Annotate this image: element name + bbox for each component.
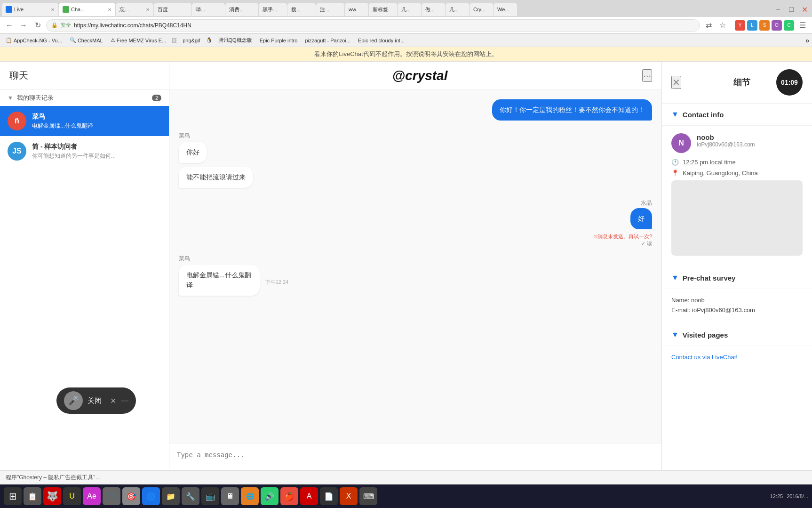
- taskbar-icon-5[interactable]: 🎵: [103, 487, 120, 505]
- taskbar-icon-2[interactable]: 🐺: [43, 487, 61, 505]
- tab-15[interactable]: Cry...: [470, 3, 493, 16]
- tab-active[interactable]: Cha... ✕: [59, 3, 115, 16]
- msg-group-1: 你好！你一定是我的粉丝！要不然你会不知道的！: [179, 99, 652, 124]
- tab-label-5: 哔...: [196, 6, 205, 13]
- url-bar[interactable]: 🔒 安全 https://my.livechatinc.com/chats/PB…: [46, 19, 700, 32]
- tab-11[interactable]: 新标签: [369, 3, 397, 16]
- taskbar-icon-17[interactable]: X: [340, 487, 358, 505]
- tab-favicon-active: [63, 6, 69, 13]
- taskbar-time: 12:25: [770, 493, 783, 499]
- contact-details: noob ioPvj800v60@163.com: [697, 133, 803, 148]
- tab-12[interactable]: 凡...: [398, 3, 421, 16]
- lock-icon: 🔒: [51, 22, 58, 28]
- ext-icon-3[interactable]: S: [759, 20, 770, 31]
- ext-icon-2[interactable]: L: [747, 20, 757, 31]
- tab-16[interactable]: We...: [494, 3, 517, 16]
- reload-btn[interactable]: ↻: [32, 20, 43, 31]
- chat-info-sample: 简 - 样本访问者 你可能想知道的另一件事是如何...: [32, 143, 161, 160]
- chat-item-sample[interactable]: JS 简 - 样本访问者 你可能想知道的另一件事是如何...: [0, 136, 169, 166]
- taskbar-icon-1[interactable]: 📋: [24, 487, 41, 505]
- tab-livechat[interactable]: Live ✕: [2, 3, 58, 16]
- pre-chat-section[interactable]: ▼ Pre-chat survey: [662, 267, 812, 289]
- msg-read-3: ✓ 读: [641, 240, 652, 247]
- bookmark-memz[interactable]: ⚠ Free MEMZ Virus E...: [108, 36, 169, 44]
- visited-pages-section[interactable]: ▼ Visited pages: [662, 324, 812, 346]
- ext-icon-1[interactable]: Y: [735, 20, 745, 31]
- ext-icon-5[interactable]: C: [784, 20, 794, 31]
- tab-6[interactable]: 消费...: [225, 3, 258, 16]
- tab-3[interactable]: 忘... ✕: [116, 3, 153, 16]
- visited-chevron: ▼: [671, 331, 679, 339]
- voice-label: 关闭: [88, 396, 102, 405]
- chat-item-caicao[interactable]: ñ 菜鸟 电解金属锰...什么鬼翻译: [0, 106, 169, 136]
- contact-email: ioPvj800v60@163.com: [697, 141, 803, 148]
- taskbar-start[interactable]: ⊞: [4, 487, 22, 505]
- tab-13[interactable]: 做...: [422, 3, 445, 16]
- taskbar-icon-3[interactable]: U: [63, 487, 81, 505]
- message-input[interactable]: [177, 449, 654, 468]
- bookmark-favicon-png: 🖼: [172, 38, 177, 43]
- taskbar-icon-12[interactable]: 🌐: [241, 487, 259, 505]
- msg-timestamp-4: 下午12:24: [265, 279, 289, 286]
- msg-group-3: 水晶 好 ⊙消息未发送。再试一次? ✓ 读: [179, 199, 652, 247]
- pre-chat-chevron: ▼: [671, 274, 679, 282]
- maximize-btn[interactable]: □: [786, 4, 797, 15]
- tab-4[interactable]: 百度: [154, 3, 191, 16]
- taskbar-icon-18[interactable]: ⌨: [359, 487, 377, 505]
- taskbar-icon-7[interactable]: 🌀: [142, 487, 160, 505]
- tab-9[interactable]: 注...: [316, 3, 344, 16]
- taskbar-icon-10[interactable]: 📺: [201, 487, 219, 505]
- taskbar-icon-9[interactable]: 🔧: [182, 487, 199, 505]
- star-btn[interactable]: ☆: [717, 20, 728, 31]
- taskbar-icon-14[interactable]: 🍎: [280, 487, 298, 505]
- taskbar-icon-11[interactable]: 🖥: [221, 487, 239, 505]
- taskbar-date: 2016/8/...: [787, 493, 808, 499]
- section-chevron: ▼: [8, 95, 13, 101]
- taskbar-icon-13[interactable]: 🔊: [261, 487, 279, 505]
- ext-icon-4[interactable]: O: [772, 20, 782, 31]
- bookmark-appcheck[interactable]: 📋 AppCheck-NG - Vu...: [3, 36, 65, 44]
- bookmark-label-5: 腾讯QQ概念版: [218, 37, 252, 44]
- bookmark-label-6: Epic Purple intro: [260, 38, 298, 43]
- tab-5[interactable]: 哔...: [192, 3, 225, 16]
- taskbar-icon-8[interactable]: 📁: [162, 487, 180, 505]
- tab-close-active[interactable]: ✕: [108, 7, 111, 12]
- menu-btn[interactable]: ☰: [797, 20, 808, 31]
- bookmarks-more[interactable]: »: [805, 37, 809, 44]
- tab-close-btn[interactable]: ✕: [51, 7, 55, 12]
- more-options-btn[interactable]: ···: [642, 69, 652, 82]
- taskbar-icon-6[interactable]: 🎯: [122, 487, 140, 505]
- translate-btn[interactable]: ⇄: [703, 20, 714, 31]
- sidebar-header: 聊天: [0, 62, 169, 90]
- bookmark-checkmal[interactable]: 🔍 CheckMAL: [67, 36, 106, 44]
- bookmark-pizza[interactable]: pizzagutt - Panzoi...: [302, 37, 353, 44]
- close-window-btn[interactable]: ✕: [799, 4, 810, 15]
- visited-link[interactable]: Contact us via LiveChat!: [671, 354, 738, 361]
- tab-14[interactable]: 凡...: [446, 3, 469, 16]
- section-header[interactable]: ▼ 我的聊天记录 2: [0, 90, 169, 106]
- tab-7[interactable]: 黑手...: [259, 3, 287, 16]
- bookmark-png[interactable]: png&gif: [180, 37, 203, 44]
- tab-8[interactable]: 搜...: [287, 3, 316, 16]
- tab-10[interactable]: ww: [345, 3, 368, 16]
- visited-pages-title: Visited pages: [683, 331, 728, 339]
- tab-close-3[interactable]: ✕: [146, 7, 150, 12]
- voice-mic-icon[interactable]: 🎤: [64, 391, 83, 410]
- taskbar-icon-4[interactable]: Ae: [83, 487, 101, 505]
- right-panel: ✕ 细节 01:09 ▼ Contact info N noob ioPvj80…: [661, 62, 812, 493]
- taskbar-icon-15[interactable]: A: [300, 487, 318, 505]
- bookmark-epic2[interactable]: Epic red cloudy int...: [355, 37, 407, 44]
- voice-close-btn[interactable]: ✕: [110, 396, 116, 405]
- forward-btn[interactable]: →: [18, 20, 29, 31]
- panel-close-btn[interactable]: ✕: [671, 76, 681, 89]
- taskbar-icon-16[interactable]: 📄: [320, 487, 338, 505]
- voice-minimize-btn[interactable]: —: [121, 396, 128, 405]
- contact-avatar: N: [671, 133, 691, 153]
- sidebar: 聊天 ▼ 我的聊天记录 2 ñ 菜鸟 电解金属锰...什么鬼翻译 JS 简 - …: [0, 62, 169, 493]
- minimize-btn[interactable]: −: [772, 4, 784, 15]
- bookmark-epic[interactable]: Epic Purple intro: [257, 37, 301, 44]
- back-btn[interactable]: ←: [4, 20, 15, 31]
- bookmark-qq[interactable]: 腾讯QQ概念版: [215, 36, 255, 45]
- contact-info-section[interactable]: ▼ Contact info: [662, 104, 812, 126]
- survey-email: E-mail: ioPvj800v60@163.com: [671, 306, 803, 314]
